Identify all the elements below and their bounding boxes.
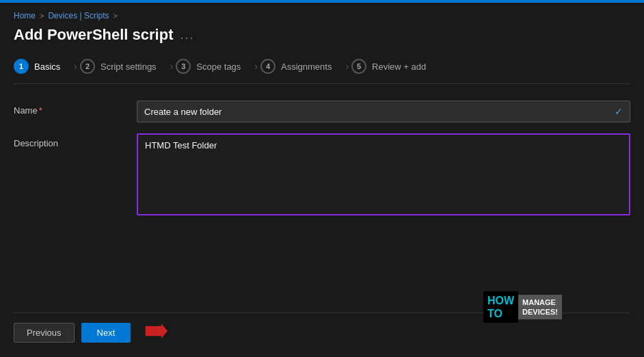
step-basics[interactable]: 1 Basics [14, 56, 71, 77]
watermark-manage: MANAGE DEVICES! [518, 295, 562, 320]
breadcrumb-sep2: > [113, 12, 118, 20]
description-row: Description HTMD Test Folder [14, 133, 630, 218]
step-circle-2: 2 [80, 59, 95, 74]
step-label-script-settings: Script settings [100, 62, 157, 72]
watermark-how: HOW TO [483, 291, 518, 323]
breadcrumb-home[interactable]: Home [14, 11, 36, 21]
svg-marker-0 [146, 323, 167, 339]
step-circle-3: 3 [176, 59, 191, 74]
step-label-assignments: Assignments [281, 62, 332, 72]
description-label: Description [14, 133, 123, 148]
step-circle-1: 1 [14, 59, 29, 74]
top-border [0, 0, 644, 3]
breadcrumb-devices-scripts[interactable]: Devices | Scripts [48, 11, 109, 21]
step-sep-2: › [170, 61, 174, 72]
name-input-container: ✓ [137, 101, 630, 122]
step-sep-4: › [345, 61, 349, 72]
step-review-add[interactable]: 5 Review + add [351, 56, 437, 77]
name-input-wrap: ✓ [137, 101, 630, 122]
name-row: Name* ✓ [14, 101, 630, 122]
check-icon: ✓ [615, 106, 623, 117]
step-sep-1: › [74, 61, 77, 72]
more-options-button[interactable]: ... [180, 28, 195, 42]
name-input[interactable] [144, 107, 615, 117]
next-button[interactable]: Next [81, 323, 131, 343]
steps-bar: 1 Basics › 2 Script settings › 3 Scope t… [14, 56, 630, 84]
description-textarea[interactable]: HTMD Test Folder [137, 133, 630, 215]
breadcrumb-sep1: > [40, 12, 44, 20]
watermark: HOW TO MANAGE DEVICES! [483, 291, 562, 323]
step-assignments[interactable]: 4 Assignments [260, 56, 343, 77]
page-title-row: Add PowerShell script ... [14, 26, 630, 44]
step-script-settings[interactable]: 2 Script settings [80, 56, 167, 77]
step-circle-5: 5 [351, 59, 366, 74]
form-area: Name* ✓ Description HTMD Test Folder [14, 101, 630, 313]
step-scope-tags[interactable]: 3 Scope tags [176, 56, 252, 77]
previous-button[interactable]: Previous [14, 323, 75, 343]
name-required: * [39, 105, 42, 116]
step-label-review-add: Review + add [372, 62, 426, 72]
step-circle-4: 4 [260, 59, 276, 74]
page-title: Add PowerShell script [14, 26, 174, 44]
description-input-wrap: HTMD Test Folder [137, 133, 630, 218]
step-sep-3: › [254, 61, 258, 72]
step-label-basics: Basics [34, 62, 60, 72]
arrow-icon [143, 321, 167, 343]
step-label-scope-tags: Scope tags [196, 62, 241, 72]
breadcrumb: Home > Devices | Scripts > [14, 11, 630, 21]
name-label: Name* [14, 101, 123, 116]
